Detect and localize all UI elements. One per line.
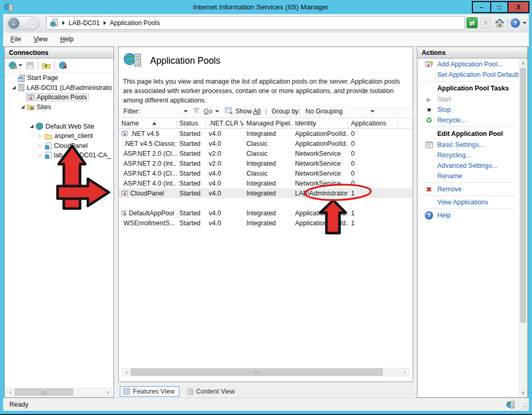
site-icon	[44, 142, 52, 149]
scroll-down-icon[interactable]: ∨	[519, 388, 527, 397]
filter-input[interactable]	[142, 107, 190, 117]
dropdown-icon[interactable]	[184, 110, 188, 112]
table-row[interactable]: ASP.NET 4.0 (Cl... Startedv4.0ClassicNet…	[119, 168, 413, 178]
column-clr-version[interactable]: .NET CLR V...	[206, 119, 244, 128]
table-row[interactable]: ASP.NET 2.0 (Cl... Startedv2.0ClassicNet…	[119, 148, 413, 158]
go-button[interactable]: Go	[203, 108, 212, 115]
forward-button[interactable]: →	[27, 18, 38, 29]
action-set-application-pool-defaults[interactable]: Set Application Pool Defaults	[417, 70, 519, 80]
action-help[interactable]: ? Help	[417, 210, 519, 221]
table-row-cloudpanel[interactable]: CloudPanel Startedv4.0IntegratedLAB\Admi…	[119, 188, 413, 198]
breadcrumb-item-page[interactable]: Application Pools	[110, 19, 160, 27]
stop-button[interactable]: ✕	[480, 17, 491, 28]
column-identity[interactable]: Identity	[292, 119, 348, 128]
group-by-select[interactable]: No Grouping	[303, 107, 377, 117]
tree-item-cloudpanel[interactable]: CloudPanel	[5, 141, 114, 151]
column-pipeline[interactable]: Managed Pipel...	[244, 119, 292, 128]
tree-item-start-page[interactable]: Start Page	[5, 73, 114, 83]
connections-panel: Connections Start Page	[4, 47, 114, 398]
iis-app-icon	[4, 3, 14, 12]
page-title: Application Pools	[150, 55, 220, 66]
list-horizontal-scrollbar[interactable]: ‹ ||| ›	[122, 368, 410, 376]
menu-view[interactable]: View	[33, 36, 48, 43]
action-recycling[interactable]: Recycling...	[417, 150, 519, 160]
action-advanced-settings[interactable]: Advanced Settings...	[417, 160, 519, 171]
application-pools-large-icon	[123, 51, 143, 71]
menu-help[interactable]: Help	[60, 36, 74, 43]
scroll-right-icon[interactable]: ›	[401, 368, 409, 376]
app-pool-list: .NET v4.5 Startedv4.0IntegratedApplicati…	[119, 129, 413, 228]
home-button[interactable]	[494, 17, 505, 28]
maximize-button[interactable]: □	[490, 2, 507, 12]
column-status[interactable]: Status	[177, 119, 206, 128]
column-applications[interactable]: Applications	[348, 119, 399, 128]
toolbar-divider	[38, 61, 38, 70]
folder-icon	[44, 133, 52, 140]
window-title: Internet Information Services (IIS) Mana…	[52, 3, 469, 11]
delete-connection-icon[interactable]	[59, 61, 67, 70]
scroll-right-icon[interactable]: ›	[104, 388, 112, 396]
basic-settings-icon	[424, 141, 434, 148]
divider	[422, 195, 515, 196]
collapsed-icon[interactable]	[37, 143, 44, 148]
help-icon[interactable]: ?	[511, 18, 520, 28]
minimize-button[interactable]: –	[473, 2, 490, 12]
resize-grip[interactable]	[521, 403, 527, 409]
collapsed-icon[interactable]	[37, 153, 44, 158]
refresh-button[interactable]: ⇄	[467, 17, 478, 28]
address-bar: ← → LAB-DC01 Application Pools ⇄ ✕ ?	[3, 14, 529, 32]
tree-item-sites[interactable]: Sites	[5, 102, 114, 112]
site-icon	[44, 152, 52, 159]
action-basic-settings[interactable]: Basic Settings...	[417, 140, 519, 150]
help-dropdown-icon[interactable]	[523, 22, 527, 24]
server-icon	[50, 18, 59, 28]
scrollbar-thumb[interactable]: |||	[15, 388, 73, 396]
iis-status-icon	[506, 400, 515, 411]
action-stop[interactable]: ■ Stop	[417, 105, 519, 115]
table-row[interactable]: ASP.NET 2.0 (Int... Startedv2.0Integrate…	[119, 158, 413, 168]
show-all-button[interactable]: Show All	[235, 108, 261, 115]
scrollbar-thumb[interactable]	[520, 68, 526, 323]
expanded-icon[interactable]	[19, 105, 26, 109]
connect-to-server-icon[interactable]	[8, 61, 22, 70]
breadcrumb-item-server[interactable]: LAB-DC01	[69, 19, 100, 27]
action-remove[interactable]: ✖ Remove	[417, 184, 519, 194]
table-row[interactable]: .NET v4.5 Startedv4.0IntegratedApplicati…	[119, 129, 413, 139]
scrollbar-thumb[interactable]: |||	[131, 368, 383, 376]
tab-content-view[interactable]: Content View	[183, 387, 239, 396]
breadcrumb[interactable]: LAB-DC01 Application Pools	[46, 16, 465, 30]
close-button[interactable]: X	[507, 2, 528, 12]
scroll-left-icon[interactable]: ‹	[122, 368, 131, 376]
action-recycle[interactable]: ♻ Recycle...	[417, 115, 519, 125]
tab-features-view[interactable]: Features View	[120, 386, 179, 397]
action-start[interactable]: ▶ Start	[417, 94, 519, 105]
expanded-icon[interactable]	[10, 86, 17, 89]
tree-item-application-pools[interactable]: Application Pools	[5, 93, 114, 102]
action-rename[interactable]: Rename	[417, 171, 519, 181]
table-row[interactable]: WSEnrollmentS... Startedv4.0IntegratedAp…	[119, 218, 413, 228]
dropdown-icon[interactable]	[370, 110, 375, 112]
action-add-application-pool[interactable]: Add Application Pool...	[417, 59, 519, 70]
actions-vertical-scrollbar[interactable]: ∧ ∨	[519, 59, 527, 397]
collapsed-icon[interactable]	[37, 133, 44, 139]
table-row[interactable]: DefaultAppPool Startedv4.0IntegratedAppl…	[119, 208, 413, 218]
save-connections-icon[interactable]	[26, 62, 34, 70]
go-dropdown-icon[interactable]	[215, 110, 219, 112]
action-view-applications[interactable]: View Applications	[417, 197, 519, 208]
status-text: Ready	[9, 401, 28, 408]
expanded-icon[interactable]	[28, 124, 35, 128]
table-row[interactable]: ASP.NET 4.0 (Int... Startedv4.0Integrate…	[119, 178, 413, 188]
tree-item-aspnet-client[interactable]: aspnet_client	[5, 131, 114, 141]
connect-dropdown-icon[interactable]	[18, 64, 22, 66]
connections-horizontal-scrollbar[interactable]: ‹ ||| ›	[6, 388, 112, 396]
back-button[interactable]: ←	[8, 18, 19, 29]
up-level-folder-icon[interactable]	[42, 62, 51, 69]
menu-file[interactable]: File	[10, 36, 21, 43]
table-row[interactable]: .NET v4.5 Classic Startedv4.0ClassicAppl…	[119, 139, 413, 148]
scroll-up-icon[interactable]: ∧	[519, 59, 527, 67]
tree-item-ca-site[interactable]: lab-LAB-DC01-CA_	[5, 151, 114, 160]
tree-item-server[interactable]: LAB-DC01 (LAB\administrato	[5, 83, 114, 93]
tree-item-default-web-site[interactable]: Default Web Site	[5, 122, 114, 132]
scroll-left-icon[interactable]: ‹	[6, 388, 15, 396]
column-name[interactable]: Name	[119, 119, 177, 128]
